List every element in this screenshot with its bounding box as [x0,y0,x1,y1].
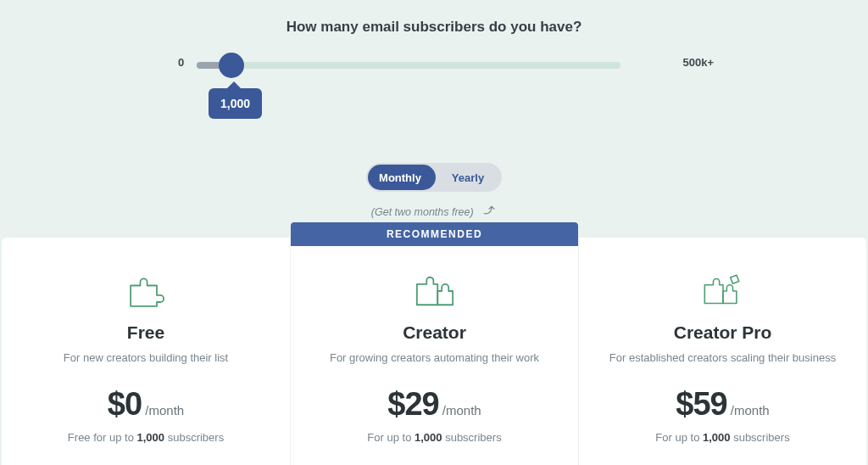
puzzle-icon [598,272,848,311]
plan-price: $59 /month [598,386,848,423]
plan-free[interactable]: Free For new creators building their lis… [2,238,290,465]
plan-creator-pro[interactable]: Creator Pro For established creators sca… [578,238,866,465]
plan-price: $0 /month [20,386,271,423]
price-amount: $29 [387,386,438,422]
recommended-badge: RECOMMENDED [291,222,578,246]
arrow-up-icon [481,202,497,220]
note-prefix: Free for up to [68,431,137,444]
note-suffix: subscribers [442,431,502,444]
subscriber-question: How many email subscribers do you have? [0,0,868,36]
note-count: 1,000 [415,431,442,444]
puzzle-icon [20,272,271,311]
subscriber-slider[interactable]: 0 500k+ 1,000 [197,59,671,102]
note-prefix: For up to [655,431,703,444]
plan-name: Creator [309,322,559,343]
plan-note: For up to 1,000 subscribers [598,431,848,444]
billing-toggle[interactable]: Monthly Yearly [366,163,502,192]
pricing-plans: Free For new creators building their lis… [0,238,868,465]
note-count: 1,000 [137,431,165,444]
note-suffix: subscribers [731,431,790,444]
note-prefix: For up to [367,431,415,444]
slider-max-label: 500k+ [682,56,714,69]
slider-thumb[interactable] [220,54,242,76]
puzzle-icon [309,272,559,311]
note-suffix: subscribers [164,431,224,444]
plan-tagline: For new creators building their list [20,351,271,364]
slider-track[interactable] [197,62,620,69]
price-period: /month [145,403,184,417]
plan-creator[interactable]: RECOMMENDED Creator For growing creators… [290,222,578,465]
billing-yearly-option[interactable]: Yearly [434,171,502,184]
price-period: /month [442,403,481,417]
slider-min-label: 0 [178,56,184,69]
plan-name: Free [20,322,271,343]
plan-name: Creator Pro [598,322,848,343]
price-amount: $59 [676,386,726,422]
billing-monthly-option[interactable]: Monthly [366,171,434,184]
note-count: 1,000 [703,431,731,444]
plan-tagline: For established creators scaling their b… [598,351,848,364]
price-period: /month [731,403,770,417]
price-amount: $0 [108,386,142,422]
yearly-promo-text: (Get two months free) [0,200,868,218]
slider-value-tooltip: 1,000 [209,88,262,119]
plan-tagline: For growing creators automating their wo… [309,351,559,364]
plan-note: Free for up to 1,000 subscribers [20,431,271,444]
plan-note: For up to 1,000 subscribers [309,431,559,444]
plan-price: $29 /month [309,386,559,423]
promo-label: (Get two months free) [371,206,474,218]
